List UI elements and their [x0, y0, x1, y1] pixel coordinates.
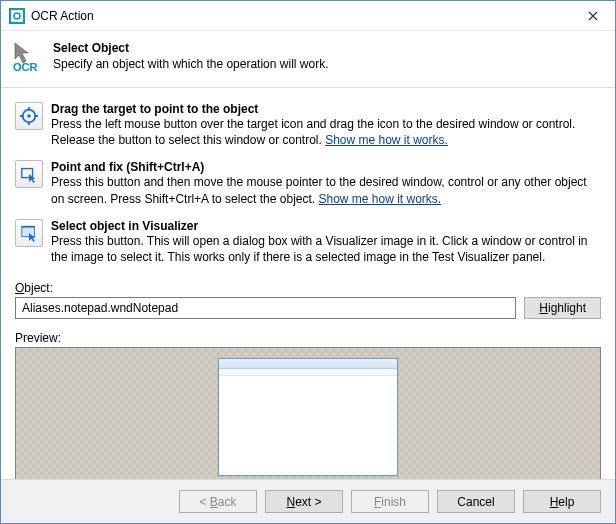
option-drag-title: Drag the target to point to the object	[51, 102, 258, 116]
crosshair-icon	[20, 107, 38, 125]
svg-rect-1	[11, 10, 23, 22]
preview-thumb-menubar	[219, 369, 397, 376]
drag-target-button[interactable]	[15, 102, 43, 130]
app-icon	[9, 8, 25, 24]
option-drag-target: Drag the target to point to the object P…	[15, 102, 601, 148]
window-close-button[interactable]	[570, 1, 615, 30]
cancel-button[interactable]: Cancel	[437, 490, 515, 513]
finish-button: Finish	[351, 490, 429, 513]
ocr-cursor-icon: OCR	[11, 41, 43, 73]
ocr-icon-label: OCR	[13, 61, 38, 73]
preview-panel	[15, 347, 601, 479]
page-title: Select Object	[53, 41, 129, 55]
next-button[interactable]: Next >	[265, 490, 343, 513]
ocr-action-dialog: OCR Action OCR Select Object Specify an …	[0, 0, 616, 524]
back-button: < Back	[179, 490, 257, 513]
option-drag-desc: Press the left mouse button over the tar…	[51, 116, 601, 148]
option-visualizer-desc: Press this button. This will open a dial…	[51, 233, 601, 265]
object-label: Object:	[15, 281, 601, 295]
wizard-footer: < Back Next > Finish Cancel Help	[1, 479, 615, 523]
visualizer-icon	[20, 224, 38, 242]
object-input[interactable]	[15, 297, 516, 319]
help-button[interactable]: Help	[523, 490, 601, 513]
drag-how-it-works-link[interactable]: Show me how it works.	[325, 133, 448, 147]
preview-thumb-titlebar	[219, 359, 397, 369]
option-point-title: Point and fix (Shift+Ctrl+A)	[51, 160, 204, 174]
page-subtitle: Specify an object with which the operati…	[53, 57, 328, 71]
option-point-desc: Press this button and then move the mous…	[51, 174, 601, 206]
body: Drag the target to point to the object P…	[1, 88, 615, 479]
point-how-it-works-link[interactable]: Show me how it works.	[318, 192, 441, 206]
svg-point-4	[27, 114, 31, 118]
preview-label: Preview:	[15, 331, 601, 345]
point-fix-icon	[20, 165, 38, 183]
titlebar: OCR Action	[1, 1, 615, 31]
option-point-and-fix: Point and fix (Shift+Ctrl+A) Press this …	[15, 160, 601, 206]
preview-thumbnail	[218, 358, 398, 476]
visualizer-button[interactable]	[15, 219, 43, 247]
point-and-fix-button[interactable]	[15, 160, 43, 188]
window-title: OCR Action	[31, 9, 570, 23]
header-text-block: Select Object Specify an object with whi…	[53, 41, 328, 71]
option-visualizer: Select object in Visualizer Press this b…	[15, 219, 601, 265]
svg-rect-6	[22, 226, 35, 236]
option-visualizer-title: Select object in Visualizer	[51, 219, 198, 233]
page-header: OCR Select Object Specify an object with…	[1, 31, 615, 88]
object-row: Highlight	[15, 297, 601, 319]
highlight-button[interactable]: Highlight	[524, 297, 601, 319]
option-drag-desc-text: Press the left mouse button over the tar…	[51, 117, 575, 147]
